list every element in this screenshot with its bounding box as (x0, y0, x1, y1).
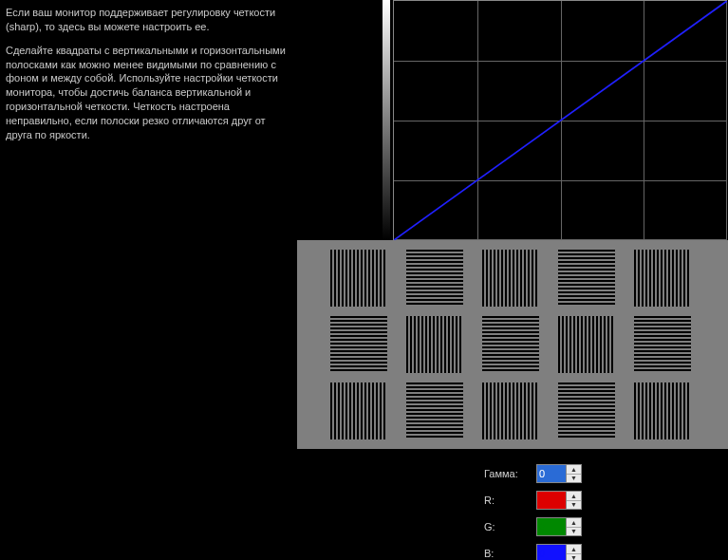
svg-line-0 (394, 1, 727, 240)
description-para2: Сделайте квадраты с вертикальными и гори… (6, 44, 290, 142)
r-up-icon[interactable]: ▲ (567, 492, 581, 501)
test-tile (330, 383, 387, 439)
test-tile (634, 250, 691, 307)
test-tile (482, 316, 539, 373)
b-label: B: (484, 548, 536, 559)
description-para1: Если ваш монитор поддерживает регулировк… (6, 6, 290, 34)
g-down-icon[interactable]: ▼ (567, 528, 581, 536)
b-stepper[interactable]: 0 ▲ ▼ (536, 544, 582, 560)
b-down-icon[interactable]: ▼ (567, 554, 581, 561)
gamma-value[interactable]: 0 (536, 464, 567, 483)
gamma-row: Гамма: 0 ▲ ▼ (484, 462, 721, 485)
test-tile (330, 316, 387, 373)
r-row: R: 0 ▲ ▼ (484, 489, 721, 512)
gradient-strip (383, 0, 390, 240)
test-tile (406, 250, 463, 307)
r-down-icon[interactable]: ▼ (567, 501, 581, 510)
b-up-icon[interactable]: ▲ (567, 545, 581, 554)
r-value[interactable]: 0 (536, 491, 567, 510)
gamma-curve-plot (393, 0, 727, 240)
r-stepper[interactable]: 0 ▲ ▼ (536, 491, 582, 510)
test-tile (482, 383, 539, 439)
b-row: B: 0 ▲ ▼ (484, 542, 721, 560)
test-tile (558, 250, 615, 307)
test-tile (634, 383, 691, 439)
g-up-icon[interactable]: ▲ (567, 518, 581, 528)
gamma-label: Гамма: (484, 468, 536, 479)
description-text: Если ваш монитор поддерживает регулировк… (6, 6, 290, 152)
sharpness-test-panel (297, 240, 728, 449)
sharpness-grid (330, 250, 691, 439)
test-tile (634, 316, 691, 373)
g-row: G: 0 ▲ ▼ (484, 515, 721, 538)
g-stepper[interactable]: 0 ▲ ▼ (536, 517, 582, 536)
g-value[interactable]: 0 (536, 517, 567, 536)
gamma-down-icon[interactable]: ▼ (567, 475, 581, 483)
test-tile (406, 316, 463, 373)
curve-line (394, 1, 727, 240)
g-label: G: (484, 521, 536, 532)
gamma-up-icon[interactable]: ▲ (567, 465, 581, 475)
gamma-stepper[interactable]: 0 ▲ ▼ (536, 464, 582, 483)
r-label: R: (484, 495, 536, 506)
test-tile (482, 250, 539, 307)
test-tile (558, 383, 615, 439)
test-tile (406, 383, 463, 439)
b-value[interactable]: 0 (536, 544, 567, 560)
test-tile (558, 316, 615, 373)
controls-panel: Гамма: 0 ▲ ▼ R: 0 ▲ ▼ G: 0 (484, 462, 721, 560)
test-tile (330, 250, 387, 307)
